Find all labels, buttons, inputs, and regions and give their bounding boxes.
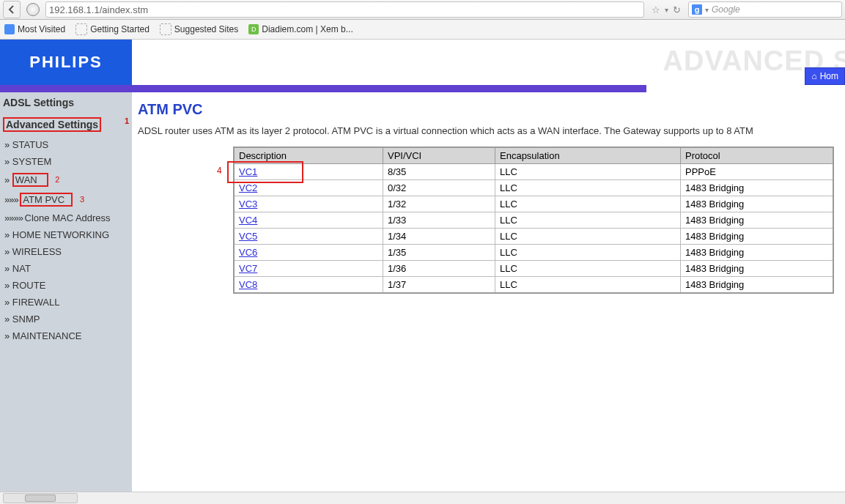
dropdown-icon[interactable]: ▾ xyxy=(665,6,668,14)
cell-protocol: PPPoE xyxy=(681,164,834,180)
highlight-box: WAN xyxy=(12,173,48,187)
cell-encapsulation: LLC xyxy=(495,212,681,229)
sidebar-item-status[interactable]: STATUS xyxy=(0,136,132,153)
table-row: VC41/33LLC1483 Bridging xyxy=(234,212,833,229)
cell-description: VC2 xyxy=(234,180,383,196)
cell-protocol: 1483 Bridging xyxy=(681,261,834,277)
bookmark-label: Most Visited xyxy=(18,24,65,34)
scrollbar-thumb[interactable] xyxy=(25,494,56,502)
th-vpivci: VPI/VCI xyxy=(383,147,495,164)
brand-logo: PHILIPS xyxy=(0,40,132,85)
vc-link[interactable]: VC7 xyxy=(239,263,257,274)
cell-vpivci: 1/37 xyxy=(383,277,495,294)
page-body: ADSL Settings Advanced Settings 1 STATUS… xyxy=(0,92,845,503)
sidebar-item-system[interactable]: SYSTEM xyxy=(0,153,132,170)
sidebar-item-maintenance[interactable]: MAINTENANCE xyxy=(0,327,132,344)
home-button[interactable]: ⌂ Hom xyxy=(805,67,845,85)
sidebar: ADSL Settings Advanced Settings 1 STATUS… xyxy=(0,92,132,503)
search-dropdown-icon[interactable]: ▾ xyxy=(705,6,709,14)
bookmarks-bar: Most Visited Getting Started Suggested S… xyxy=(0,20,845,40)
sidebar-heading-label: Advanced Settings xyxy=(6,119,98,130)
cell-vpivci: 8/35 xyxy=(383,164,495,180)
bookmark-icon: D xyxy=(248,24,259,34)
annotation-4: 4 xyxy=(217,166,222,176)
sidebar-item-label: HOME NETWORKING xyxy=(12,229,109,240)
cell-encapsulation: LLC xyxy=(495,245,681,261)
bookmark-diadiem[interactable]: D Diadiem.com | Xem b... xyxy=(248,24,353,34)
sidebar-item-label: NAT xyxy=(12,263,31,274)
cell-vpivci: 1/35 xyxy=(383,245,495,261)
table-row: VC51/34LLC1483 Bridging xyxy=(234,229,833,245)
sidebar-item-label: SYSTEM xyxy=(12,156,51,167)
content-area: ATM PVC ADSL router uses ATM as its laye… xyxy=(132,92,845,503)
vc-link[interactable]: VC5 xyxy=(239,231,257,242)
cell-description: VC3 xyxy=(234,196,383,212)
atm-pvc-table: Description VPI/VCI Encapsulation Protoc… xyxy=(233,147,834,294)
star-icon[interactable]: ☆ xyxy=(652,4,660,15)
sidebar-item-nat[interactable]: NAT xyxy=(0,260,132,277)
google-icon: g xyxy=(692,4,702,15)
cell-encapsulation: LLC xyxy=(495,261,681,277)
sidebar-item-wireless[interactable]: WIRELESS xyxy=(0,243,132,260)
brand-text: PHILIPS xyxy=(29,53,103,72)
bookmark-label: Diadiem.com | Xem b... xyxy=(262,24,353,34)
vc-link[interactable]: VC3 xyxy=(239,199,257,210)
vc-link[interactable]: VC6 xyxy=(239,247,257,258)
sidebar-item-snmp[interactable]: SNMP xyxy=(0,311,132,327)
sidebar-item-label: ROUTE xyxy=(12,280,46,291)
sidebar-item-route[interactable]: ROUTE xyxy=(0,277,132,294)
browser-toolbar: 192.168.1.1/aindex.stm ☆ ▾ ↻ g ▾ Google xyxy=(0,0,845,20)
bookmark-getting-started[interactable]: Getting Started xyxy=(75,23,150,35)
back-button[interactable] xyxy=(3,1,21,18)
bookmark-suggested-sites[interactable]: Suggested Sites xyxy=(160,23,238,35)
sidebar-item-atm-pvc[interactable]: ATM PVC 3 xyxy=(0,190,132,210)
sidebar-item-label: WAN xyxy=(15,174,37,185)
sidebar-item-label: SNMP xyxy=(12,314,40,325)
bookmark-label: Getting Started xyxy=(90,24,150,34)
cell-vpivci: 0/32 xyxy=(383,180,495,196)
vc-link[interactable]: VC2 xyxy=(239,182,257,193)
cell-vpivci: 1/36 xyxy=(383,261,495,277)
table-header-row: Description VPI/VCI Encapsulation Protoc… xyxy=(234,147,833,164)
sidebar-item-label: STATUS xyxy=(12,139,48,150)
bookmark-icon xyxy=(75,23,87,35)
cell-protocol: 1483 Bridging xyxy=(681,212,834,229)
sidebar-heading-advanced[interactable]: Advanced Settings 1 xyxy=(0,113,132,136)
bookmark-label: Suggested Sites xyxy=(174,24,238,34)
cell-description: VC4 xyxy=(234,212,383,229)
cell-description: VC8 xyxy=(234,277,383,294)
url-bar[interactable]: 192.168.1.1/aindex.stm xyxy=(45,1,644,18)
home-label: Hom xyxy=(820,71,838,81)
vc-link[interactable]: VC4 xyxy=(239,215,257,226)
vc-link[interactable]: VC1 xyxy=(239,166,257,177)
accent-bar xyxy=(0,85,646,92)
sidebar-heading-adsl[interactable]: ADSL Settings xyxy=(0,92,132,113)
table-row: VC61/35LLC1483 Bridging xyxy=(234,245,833,261)
horizontal-scrollbar[interactable] xyxy=(0,492,845,503)
cell-encapsulation: LLC xyxy=(495,229,681,245)
home-icon: ⌂ xyxy=(811,71,816,81)
page-description: ADSL router uses ATM as its layer 2 prot… xyxy=(138,125,839,136)
sidebar-item-home-networking[interactable]: HOME NETWORKING xyxy=(0,226,132,243)
reload-icon[interactable]: ↻ xyxy=(673,4,681,15)
bookmark-most-visited[interactable]: Most Visited xyxy=(4,24,65,34)
cell-protocol: 1483 Bridging xyxy=(681,229,834,245)
url-text: 192.168.1.1/aindex.stm xyxy=(49,4,148,15)
cell-encapsulation: LLC xyxy=(495,180,681,196)
cell-vpivci: 1/32 xyxy=(383,196,495,212)
url-right-icons: ☆ ▾ ↻ xyxy=(647,4,685,15)
browser-search[interactable]: g ▾ Google xyxy=(688,1,842,18)
table-row: VC81/37LLC1483 Bridging xyxy=(234,277,833,294)
vc-link[interactable]: VC8 xyxy=(239,279,257,290)
bookmark-icon xyxy=(160,23,171,35)
highlight-box: ATM PVC xyxy=(20,193,73,207)
annotation-1: 1 xyxy=(125,116,129,125)
sidebar-item-clone-mac[interactable]: Clone MAC Address xyxy=(0,210,132,226)
page-header: PHILIPS ADVANCED S ⌂ Hom xyxy=(0,40,845,85)
sidebar-item-firewall[interactable]: FIREWALL xyxy=(0,294,132,311)
table-row: VC31/32LLC1483 Bridging xyxy=(234,196,833,212)
sidebar-item-wan[interactable]: WAN 2 xyxy=(0,170,132,190)
cell-encapsulation: LLC xyxy=(495,277,681,294)
scrollbar-track[interactable] xyxy=(3,493,78,503)
sidebar-item-label: MAINTENANCE xyxy=(12,330,82,341)
